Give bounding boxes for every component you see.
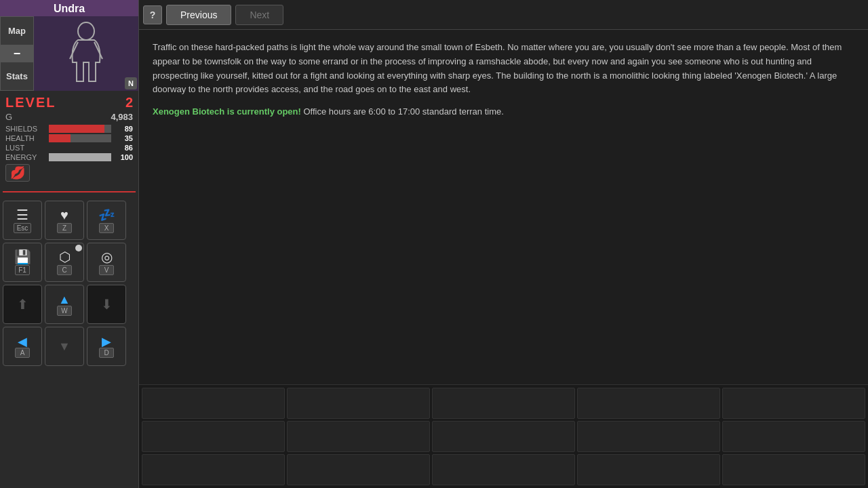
save-icon: 💾 bbox=[14, 250, 31, 264]
health-bar bbox=[49, 134, 111, 142]
up-arrow-icon: ▲ bbox=[58, 293, 71, 306]
health-fill bbox=[49, 134, 71, 142]
next-button[interactable]: Next bbox=[235, 5, 283, 25]
target-icon: ◎ bbox=[101, 250, 113, 264]
inv-cell[interactable] bbox=[577, 454, 720, 485]
menu-icon: ☰ bbox=[16, 208, 28, 222]
target-button[interactable]: ◎ V bbox=[87, 243, 126, 282]
energy-bar bbox=[49, 153, 111, 161]
inventory-button[interactable]: ⬡ C bbox=[45, 243, 84, 282]
inv-cell[interactable] bbox=[287, 454, 430, 485]
right-arrow-icon: ▶ bbox=[102, 336, 111, 348]
move-up-button[interactable]: ▲ W bbox=[45, 285, 84, 324]
f1-key: F1 bbox=[15, 265, 30, 275]
lip-button[interactable]: 💋 bbox=[5, 164, 30, 182]
character-portrait bbox=[64, 22, 108, 86]
energy-value: 100 bbox=[114, 153, 133, 161]
shields-label: SHIELDS bbox=[5, 125, 46, 133]
c-key: C bbox=[57, 265, 72, 275]
inv-cell[interactable] bbox=[722, 421, 865, 452]
portrait-area: Map − Stats N bbox=[0, 16, 138, 91]
heart-button[interactable]: ♥ Z bbox=[45, 201, 84, 240]
char-name: Undra bbox=[0, 0, 138, 16]
shields-bar bbox=[49, 125, 111, 133]
main-description: Traffic on these hard-packed paths is li… bbox=[153, 41, 854, 97]
inv-cell[interactable] bbox=[432, 454, 575, 485]
nav-row-1: ⬆ ▲ W ⬇ bbox=[3, 285, 136, 324]
inv-cell[interactable] bbox=[142, 388, 285, 419]
inv-cell[interactable] bbox=[142, 421, 285, 452]
push-up-icon: ⬆ bbox=[17, 296, 28, 312]
level-row: LEVEL 2 bbox=[5, 95, 133, 110]
health-label: HEALTH bbox=[5, 134, 46, 142]
sleep-button[interactable]: 💤 X bbox=[87, 201, 126, 240]
left-arrow-icon: ◀ bbox=[18, 336, 27, 348]
w-key: W bbox=[57, 306, 72, 316]
save-button[interactable]: 💾 F1 bbox=[3, 243, 42, 282]
inv-cell[interactable] bbox=[287, 421, 430, 452]
push-up-button[interactable]: ⬆ bbox=[3, 285, 42, 324]
divider bbox=[3, 191, 136, 192]
stats-button[interactable]: Stats bbox=[0, 62, 34, 91]
inv-row-2 bbox=[142, 421, 865, 452]
main-content: ? Previous Next Traffic on these hard-pa… bbox=[139, 0, 868, 488]
push-down-icon: ⬇ bbox=[101, 296, 113, 312]
inventory-icon: ⬡ bbox=[59, 250, 71, 264]
v-key: V bbox=[99, 265, 114, 275]
energy-fill bbox=[49, 153, 111, 161]
minus-button[interactable]: − bbox=[0, 45, 34, 62]
map-button[interactable]: Map bbox=[0, 16, 34, 45]
text-area: Traffic on these hard-packed paths is li… bbox=[139, 30, 868, 384]
highlight-rest: Office hours are 6:00 to 17:00 standard … bbox=[301, 106, 504, 117]
inv-row-1 bbox=[142, 388, 865, 419]
svg-point-0 bbox=[78, 22, 94, 40]
g-row: G 4,983 bbox=[5, 112, 133, 122]
side-buttons: Map − Stats bbox=[0, 16, 34, 91]
inventory-grid bbox=[139, 384, 868, 488]
energy-label: ENERGY bbox=[5, 153, 46, 161]
inv-cell[interactable] bbox=[432, 388, 575, 419]
x-key: X bbox=[99, 223, 114, 233]
previous-button[interactable]: Previous bbox=[166, 5, 231, 25]
energy-row: ENERGY 100 bbox=[5, 153, 133, 161]
move-right-button[interactable]: ▶ D bbox=[87, 327, 126, 366]
shields-row: SHIELDS 89 bbox=[5, 125, 133, 133]
inv-cell[interactable] bbox=[722, 388, 865, 419]
level-label: LEVEL bbox=[5, 95, 56, 110]
z-key: Z bbox=[57, 223, 72, 233]
inv-cell[interactable] bbox=[432, 421, 575, 452]
move-left-button[interactable]: ◀ A bbox=[3, 327, 42, 366]
highlight-text: Xenogen Biotech is currently open! Offic… bbox=[153, 105, 854, 119]
push-down-button[interactable]: ⬇ bbox=[87, 285, 126, 324]
inv-cell[interactable] bbox=[577, 421, 720, 452]
lust-label: LUST bbox=[5, 144, 24, 152]
action-buttons: ☰ Esc ♥ Z 💤 X 💾 F1 ⬡ C bbox=[0, 198, 138, 369]
notification-dot bbox=[75, 245, 82, 251]
inv-cell[interactable] bbox=[722, 454, 865, 485]
move-down-button[interactable]: ▼ bbox=[45, 327, 84, 366]
health-row: HEALTH 35 bbox=[5, 134, 133, 142]
inv-cell[interactable] bbox=[577, 388, 720, 419]
d-key: D bbox=[99, 348, 114, 358]
action-row-2: 💾 F1 ⬡ C ◎ V bbox=[3, 243, 136, 282]
a-key: A bbox=[15, 348, 30, 358]
lust-row: LUST 86 bbox=[5, 144, 133, 152]
health-value: 35 bbox=[114, 134, 133, 142]
shields-value: 89 bbox=[114, 125, 133, 133]
help-button[interactable]: ? bbox=[143, 5, 162, 24]
down-arrow-icon: ▼ bbox=[58, 340, 71, 352]
sleep-icon: 💤 bbox=[98, 208, 115, 222]
top-nav: ? Previous Next bbox=[139, 0, 868, 30]
menu-button[interactable]: ☰ Esc bbox=[3, 201, 42, 240]
sidebar: Undra Map − Stats N LEVEL 2 G bbox=[0, 0, 139, 488]
nav-row-2: ◀ A ▼ ▶ D bbox=[3, 327, 136, 366]
inv-row-3 bbox=[142, 454, 865, 485]
inv-cell[interactable] bbox=[142, 454, 285, 485]
lust-value: 86 bbox=[125, 144, 133, 152]
shields-fill bbox=[49, 125, 104, 133]
inv-cell[interactable] bbox=[287, 388, 430, 419]
lip-icon: 💋 bbox=[10, 165, 25, 180]
g-label: G bbox=[5, 112, 12, 122]
level-value: 2 bbox=[125, 95, 133, 110]
highlight-bold: Xenogen Biotech is currently open! bbox=[153, 106, 301, 117]
